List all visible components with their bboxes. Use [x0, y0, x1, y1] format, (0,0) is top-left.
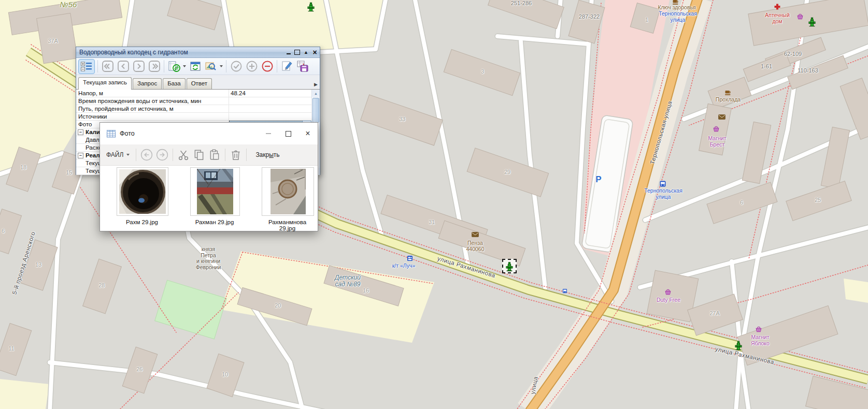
- toolbar-separator: [225, 149, 225, 161]
- table-icon: [107, 130, 116, 138]
- photo-minimize-button[interactable]: [259, 125, 278, 142]
- toolbar-separator: [97, 60, 98, 72]
- trash-icon: [230, 149, 242, 161]
- preview-dropdown[interactable]: [220, 65, 223, 67]
- attribute-tabs: Текущая запись Запрос База Ответ ▶: [76, 75, 320, 90]
- grid-row[interactable]: Путь, пройденный от источника, м: [76, 105, 320, 113]
- next-record-icon: [132, 60, 146, 73]
- arrow-right-icon: [156, 149, 168, 161]
- save-record-button[interactable]: [295, 60, 309, 74]
- last-record-icon: [148, 60, 161, 73]
- tab-answer[interactable]: Ответ: [187, 78, 212, 89]
- photo-dialog: Фото × ФАЙЛ: [99, 122, 318, 231]
- grid-row[interactable]: Напор, м 48.24: [76, 90, 320, 97]
- scroll-up-icon[interactable]: ▲: [312, 90, 320, 97]
- photo-thumbnail[interactable]: [117, 167, 168, 216]
- first-record-button[interactable]: [101, 60, 115, 74]
- tab-scroll-right-icon[interactable]: ▶: [314, 82, 318, 87]
- photo-close-button[interactable]: ×: [298, 125, 318, 142]
- collapse-icon[interactable]: −: [78, 129, 83, 135]
- minimize-icon: [266, 133, 271, 134]
- paste-icon: [208, 149, 221, 161]
- edit-record-icon: [280, 60, 294, 73]
- tab-query[interactable]: Запрос: [133, 78, 162, 89]
- file-menu[interactable]: ФАЙЛ: [103, 147, 133, 163]
- tab-base[interactable]: База: [163, 78, 185, 89]
- well-photo: [119, 169, 166, 214]
- preview-icon: [204, 60, 218, 73]
- grid-row[interactable]: Время прохождения воды от источника, мин: [76, 97, 320, 105]
- row-label: Давл: [86, 137, 99, 143]
- toolbar-separator: [136, 149, 136, 161]
- back-button[interactable]: [139, 147, 154, 163]
- photo-thumbnail[interactable]: [262, 167, 314, 216]
- grid-row[interactable]: Источники: [76, 113, 320, 121]
- photo-thumbnail[interactable]: [190, 167, 240, 216]
- first-record-icon: [101, 60, 115, 73]
- refresh-query-button[interactable]: [167, 60, 181, 74]
- photo-caption: Рахман 29.jpg: [190, 219, 239, 225]
- accept-button[interactable]: [229, 60, 243, 74]
- delete-button[interactable]: [228, 147, 244, 163]
- photo-dialog-titlebar[interactable]: Фото ×: [100, 123, 318, 144]
- close-photos-button[interactable]: Закрыть: [255, 151, 279, 158]
- scroll-thumb[interactable]: [312, 98, 319, 123]
- group-label: Кали: [86, 129, 100, 135]
- row-label: Время прохождения воды от источника, мин: [78, 98, 201, 104]
- delete-record-button[interactable]: [260, 60, 274, 74]
- toolbar-separator: [277, 60, 277, 72]
- tree-view-button[interactable]: [78, 59, 95, 74]
- prev-record-button[interactable]: [116, 60, 130, 74]
- add-record-button[interactable]: [245, 60, 259, 74]
- copy-button[interactable]: [191, 147, 207, 163]
- photo-caption: Рахм 29.jpg: [117, 219, 167, 225]
- manhole-photo: [271, 169, 306, 214]
- tree-view-icon: [80, 60, 93, 72]
- row-label: Напор, м: [78, 90, 103, 96]
- add-record-icon: [245, 60, 259, 73]
- refresh-window-button[interactable]: [188, 60, 202, 74]
- toolbar-separator: [226, 60, 226, 72]
- attribute-toolbar: [76, 58, 320, 75]
- accept-icon: [230, 60, 243, 73]
- photo-dialog-title: Фото: [120, 130, 135, 137]
- save-record-icon: [296, 60, 309, 73]
- last-record-button[interactable]: [147, 60, 161, 74]
- collapse-icon[interactable]: −: [78, 153, 83, 158]
- maximize-button[interactable]: [293, 49, 301, 56]
- toolbar-separator: [246, 149, 247, 161]
- photo-toolbar: ФАЙЛ: [100, 144, 318, 166]
- gis-application: №5637А5-й проезд Аренского18156132811261…: [0, 0, 868, 409]
- scissors-icon: [177, 149, 190, 161]
- row-label: Путь, пройденный от источника, м: [78, 106, 174, 112]
- refresh-query-icon: [167, 60, 181, 73]
- copy-icon: [193, 149, 205, 161]
- tab-current-record[interactable]: Текущая запись: [78, 77, 132, 90]
- refresh-query-dropdown[interactable]: [183, 65, 186, 67]
- forward-button[interactable]: [154, 147, 170, 163]
- prev-record-icon: [117, 60, 130, 73]
- close-icon: ×: [305, 129, 310, 138]
- toolbar-separator: [173, 149, 173, 161]
- paste-button[interactable]: [207, 147, 222, 163]
- photo-caption: Рахманмнова 29.jpg: [262, 219, 313, 231]
- group-label: Реал: [86, 152, 99, 158]
- maximize-icon: [294, 50, 300, 55]
- preview-button[interactable]: [204, 60, 218, 74]
- minimize-button[interactable]: [284, 49, 292, 56]
- next-record-button[interactable]: [132, 60, 146, 74]
- refresh-window-icon: [189, 60, 202, 73]
- row-label: Фото: [78, 121, 92, 127]
- attribute-dialog-title: Водопроводный колодец с гидрантом: [79, 49, 188, 56]
- close-button[interactable]: ×: [311, 49, 319, 56]
- arrow-left-icon: [140, 149, 153, 161]
- rollup-button[interactable]: ▲: [302, 49, 310, 56]
- minimize-icon: [287, 53, 291, 54]
- cut-button[interactable]: [176, 147, 191, 163]
- close-icon: ×: [312, 49, 317, 56]
- photo-maximize-button[interactable]: [278, 125, 298, 142]
- delete-record-icon: [261, 60, 274, 73]
- building-photo: [197, 169, 233, 214]
- attribute-dialog-titlebar[interactable]: Водопроводный колодец с гидрантом ▲ ×: [76, 47, 320, 58]
- edit-record-button[interactable]: [280, 60, 294, 74]
